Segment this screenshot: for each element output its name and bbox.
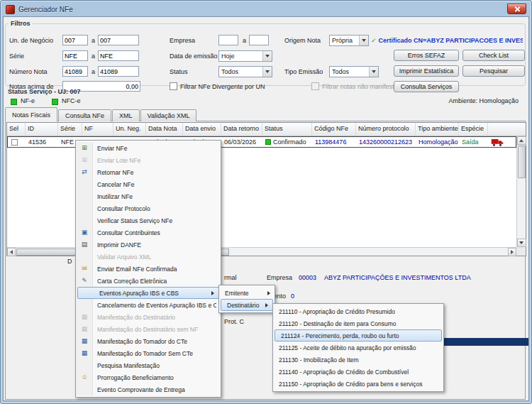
scrollbar-thumb[interactable]: [518, 146, 526, 178]
column-header-numero-protocolo[interactable]: Número protocolo: [356, 123, 416, 136]
menu-item-manifestacao-tomador-sem-cte[interactable]: ▦ Manifestação do Tomador Sem CTe: [76, 347, 221, 359]
menu-item-pesquisa-manifestacao[interactable]: Pesquisa Manifestação: [76, 359, 221, 371]
serie-label: Série: [9, 53, 24, 60]
scroll-right-icon[interactable]: [508, 248, 516, 256]
un-negocio-from-input[interactable]: [62, 35, 88, 45]
column-header-tipo-ambiente[interactable]: Tipo ambiente: [416, 123, 459, 136]
manifestacao-icon: ▦: [76, 335, 93, 347]
cell-numero-protocolo: 143260000212623: [357, 137, 416, 147]
menu-item-retornar-nfe[interactable]: ⇄ Retornar NFe: [76, 166, 221, 178]
serie-from-input[interactable]: [62, 50, 88, 61]
origem-nota-select[interactable]: Própria: [329, 35, 369, 46]
submenu-item-destinatario[interactable]: Destinatário: [221, 299, 273, 311]
menu-item-carta-correcao-eletronica[interactable]: ✎ Carta Correção Eletrônica: [76, 275, 221, 287]
menu-item-cancelamento-eventos-apuracao[interactable]: Cancelamento de Eventos Apuração IBS e C…: [76, 299, 221, 311]
submenu-arrow-icon: [267, 291, 270, 295]
menu-item-enviar-email-nfe-confirmada[interactable]: ✉ Enviar Email NFe Confirmada: [76, 263, 221, 275]
column-header-data-retorno[interactable]: Data retorno: [221, 123, 262, 136]
cell-codigo-nfe: 113984476: [313, 137, 357, 147]
menu-item-imprimir-danfe[interactable]: ▤ Imprimir DANFE: [76, 239, 221, 251]
check-list-button[interactable]: Check List: [462, 50, 525, 61]
close-icon: [514, 6, 520, 12]
contribuintes-icon: ▣: [76, 226, 93, 239]
cell-especie: Saída: [460, 137, 489, 147]
send-nfe-icon: ⊞: [76, 142, 93, 154]
tab-consulta-nfe[interactable]: Consulta NFe: [58, 109, 111, 121]
submenu-item-211125[interactable]: 211125 - Aceite de débito na apuração po…: [273, 342, 443, 354]
row-select-checkbox[interactable]: [11, 139, 18, 146]
filtrar-divergente-checkbox[interactable]: Filtrar NFe Divergente por UN: [170, 82, 265, 90]
column-header-sel[interactable]: Sel: [7, 123, 26, 136]
status-green-icon: [265, 139, 271, 145]
serie-to-input[interactable]: [98, 50, 139, 61]
cell-data-retorno: 06/03/2026: [222, 137, 263, 147]
column-header-especie[interactable]: Espécie: [459, 123, 488, 136]
empresa-to-input[interactable]: [249, 35, 269, 45]
range-sep-label: a: [92, 53, 95, 60]
column-header-icon: [488, 123, 516, 136]
column-header-un-neg[interactable]: Un. Neg.: [113, 123, 146, 136]
consulta-servicos-button[interactable]: Consulta Serviços: [394, 81, 459, 92]
filters-group: Filtros Un. de Negócio a Empresa a Orige…: [5, 20, 526, 86]
submenu-item-211140[interactable]: 211140 - Apropriação de Crédito de Combu…: [273, 366, 443, 378]
menu-item-consultar-contribuintes[interactable]: ▣ Consultar Contribuintes: [76, 226, 221, 239]
status-select[interactable]: Todos: [218, 66, 272, 77]
numero-nota-to-input[interactable]: [98, 66, 139, 77]
submenu-item-211124[interactable]: 211124 - Perecimento, perda, roubo ou fu…: [275, 329, 442, 342]
origem-nota-label: Origem Nota: [284, 37, 321, 44]
empresa-nome-value: ABYZ PARTICIPAÇÕES E INVESTIMENTOS LTDA: [324, 274, 471, 281]
data-emissao-select[interactable]: Hoje: [218, 50, 272, 62]
pesquisar-button[interactable]: Pesquisar: [462, 65, 525, 77]
menu-item-cancelar-nfe[interactable]: Cancelar NFe: [76, 178, 221, 190]
numero-nota-from-input[interactable]: [62, 66, 88, 77]
tipo-emissao-label: Tipo Emissão: [284, 68, 323, 75]
range-sep-label: a: [92, 37, 95, 44]
nfe-status-label: NF-e: [21, 97, 35, 104]
un-negocio-to-input[interactable]: [98, 35, 139, 45]
menu-item-verificar-status-servico-nfe[interactable]: Verificar Status Serviço NFe: [76, 214, 221, 226]
menu-item-prorrogacao-beneficiamento[interactable]: ☺ Prorrogação Beneficiamento: [76, 371, 221, 383]
submenu-item-211110[interactable]: 211110 - Apropriação de Crédito Presumid…: [273, 305, 443, 317]
window-title: Gerenciador NFe: [18, 6, 73, 13]
menu-item-eventos-apuracao-ibs-cbs[interactable]: Eventos Apuração IBS e CBS: [77, 287, 219, 299]
menu-item-enviar-nfe[interactable]: ⊞ Enviar NFe: [76, 142, 221, 154]
chevron-down-icon: [262, 51, 272, 61]
submenu-item-211150[interactable]: 211150 - Apropriação de Crédito para ben…: [273, 378, 443, 390]
vertical-scrollbar[interactable]: [516, 136, 526, 247]
nfe-status-icon: [11, 99, 17, 105]
column-header-nf[interactable]: NF: [82, 123, 113, 136]
column-header-data-envio[interactable]: Data envio: [183, 123, 221, 136]
cell-id: 41536: [26, 137, 59, 147]
tipo-emissao-select[interactable]: Todos: [329, 66, 379, 77]
column-header-codigo-nfe[interactable]: Código NFe: [312, 123, 356, 136]
close-button[interactable]: [507, 4, 526, 14]
column-header-serie[interactable]: Série: [58, 123, 82, 136]
range-sep-label: a: [92, 68, 95, 75]
tab-xml[interactable]: XML: [112, 109, 140, 121]
manifestacao-icon: ▦: [76, 347, 93, 359]
submenu-item-emitente[interactable]: Emitente: [219, 287, 275, 299]
erros-sefaz-button[interactable]: Erros SEFAZ: [394, 50, 459, 61]
menu-item-manifestacao-tomador-cte[interactable]: ▦ Manifestação do Tomador do CTe: [76, 335, 221, 347]
empresa-from-input[interactable]: [218, 35, 238, 45]
cell-truck: [489, 137, 516, 147]
submenu-item-211130[interactable]: 211130 - Imobilização de Item: [273, 354, 443, 366]
scroll-down-icon[interactable]: [517, 239, 526, 247]
submenu-item-211120[interactable]: 211120 - Destinação de item para Consumo: [273, 317, 443, 329]
checkbox-icon: [311, 82, 319, 90]
checkbox-icon: [170, 82, 177, 90]
column-header-data-nota[interactable]: Data Nota: [146, 123, 183, 136]
imprimir-estatistica-button[interactable]: Imprimir Estatística: [394, 65, 459, 77]
menu-item-evento-comprovante-entrega[interactable]: Evento Comprovante de Entrega: [76, 383, 221, 395]
column-header-id[interactable]: ID: [26, 123, 58, 136]
scroll-up-icon[interactable]: [517, 136, 526, 145]
column-header-status[interactable]: Status: [262, 123, 312, 136]
range-sep-label: a: [243, 37, 246, 44]
tab-validacao-xml[interactable]: Validação XML: [140, 109, 197, 121]
tab-notas-fiscais[interactable]: Notas Fiscais: [5, 107, 57, 121]
menu-item-inutilizar-nfe[interactable]: Inutilizar NFe: [76, 190, 221, 202]
titlebar[interactable]: Gerenciador NFe: [3, 3, 529, 16]
scroll-left-icon[interactable]: [7, 248, 16, 256]
cell-status: Confirmado: [263, 137, 313, 147]
menu-item-consultar-protocolo[interactable]: Consultar Protocolo: [76, 202, 221, 214]
